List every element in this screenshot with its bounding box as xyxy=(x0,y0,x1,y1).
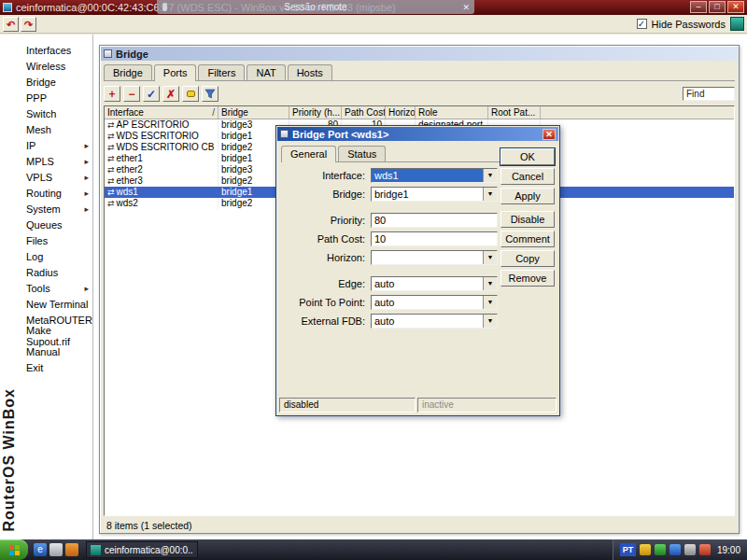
sidebar-item-queues[interactable]: Queues xyxy=(0,217,92,232)
bridge-window-titlebar[interactable]: Bridge xyxy=(101,47,738,61)
remove-button[interactable]: − xyxy=(123,86,140,102)
sidebar-item-bridge[interactable]: Bridge xyxy=(0,74,92,90)
external-fdb-select[interactable]: auto ▼ xyxy=(371,314,498,329)
start-button[interactable] xyxy=(0,539,28,560)
cancel-button[interactable]: Cancel xyxy=(500,168,555,185)
sidebar-item-vpls[interactable]: VPLS▸ xyxy=(0,169,92,185)
sidebar-item-system[interactable]: System▸ xyxy=(0,201,92,217)
browser-icon[interactable]: e xyxy=(34,543,47,556)
add-button[interactable]: + xyxy=(104,86,120,102)
tab-filters[interactable]: Filters xyxy=(198,64,245,80)
port-icon: ⇄ xyxy=(107,143,115,152)
sidebar-item-log[interactable]: Log xyxy=(0,248,92,264)
undo-button[interactable]: ↶ xyxy=(3,17,19,32)
sidebar-item-ip[interactable]: IP▸ xyxy=(0,137,92,153)
disable-button[interactable]: Disable xyxy=(500,211,555,228)
taskbar-clock[interactable]: 19:00 xyxy=(717,545,740,555)
volume-icon[interactable] xyxy=(684,544,696,555)
redo-button[interactable]: ↷ xyxy=(21,17,36,32)
interface-select[interactable]: wds1 ▼ xyxy=(371,168,498,183)
disable-button[interactable]: ✗ xyxy=(162,86,179,102)
quick-launch: e xyxy=(34,543,78,556)
comment-button[interactable] xyxy=(182,86,199,102)
enable-button[interactable]: ✓ xyxy=(143,86,160,102)
security-shield-icon[interactable] xyxy=(640,544,651,555)
port-icon: ⇄ xyxy=(107,188,115,197)
edge-value: auto xyxy=(372,277,483,290)
tab-ports[interactable]: Ports xyxy=(154,64,197,81)
comment-button[interactable]: Comment xyxy=(500,231,555,247)
apply-button[interactable]: Apply xyxy=(500,188,555,204)
sidebar-item-label: System xyxy=(26,203,61,215)
sidebar-item-mesh[interactable]: Mesh xyxy=(0,121,92,137)
copy-button[interactable]: Copy xyxy=(500,250,555,267)
chevron-down-icon[interactable]: ▼ xyxy=(483,188,497,201)
ok-button[interactable]: OK xyxy=(500,148,555,165)
network-icon[interactable] xyxy=(669,544,681,555)
submenu-arrow-icon: ▸ xyxy=(84,157,89,166)
tab-hosts[interactable]: Hosts xyxy=(288,64,332,80)
tab-status[interactable]: Status xyxy=(338,146,386,161)
tab-bridge[interactable]: Bridge xyxy=(104,64,152,80)
cell-interface: ether3 xyxy=(117,175,143,186)
chevron-down-icon[interactable]: ▼ xyxy=(483,277,497,290)
sidebar-item-switch[interactable]: Switch xyxy=(0,105,92,121)
priority-input[interactable]: 80 xyxy=(371,213,498,228)
horizon-select[interactable]: ▼ xyxy=(371,250,498,265)
find-input[interactable]: Find xyxy=(683,87,735,101)
media-player-icon[interactable] xyxy=(65,543,78,556)
antivirus-icon[interactable] xyxy=(655,544,666,555)
sidebar-item-wireless[interactable]: Wireless xyxy=(0,58,92,74)
chevron-down-icon[interactable]: ▼ xyxy=(483,296,497,309)
interface-label: Interface: xyxy=(281,170,365,181)
pin-icon[interactable] xyxy=(162,3,167,11)
chevron-down-icon[interactable]: ▼ xyxy=(483,251,497,264)
column-header-role[interactable]: Role xyxy=(416,106,488,119)
taskbar-task-button[interactable]: ceinformatica@00:0... xyxy=(86,541,198,558)
point-to-point-value: auto xyxy=(372,296,483,309)
column-header-path-cost[interactable]: Path Cost xyxy=(342,106,386,119)
winbox-task-icon xyxy=(91,545,101,555)
sidebar-item-files[interactable]: Files xyxy=(0,232,92,248)
filter-button[interactable] xyxy=(202,86,218,102)
point-to-point-select[interactable]: auto ▼ xyxy=(371,295,498,310)
minimize-button[interactable]: – xyxy=(690,1,707,13)
remote-close-icon[interactable]: ✕ xyxy=(462,3,470,12)
edge-select[interactable]: auto ▼ xyxy=(371,276,498,291)
messenger-icon[interactable] xyxy=(699,544,711,555)
sidebar-item-mpls[interactable]: MPLS▸ xyxy=(0,153,92,169)
bridge-select[interactable]: bridge1 ▼ xyxy=(371,187,498,202)
sidebar-item-tools[interactable]: Tools▸ xyxy=(0,280,92,296)
port-icon: ⇄ xyxy=(107,165,115,175)
hide-passwords-checkbox[interactable]: ✓ xyxy=(637,19,647,29)
column-header-root-path[interactable]: Root Pat... xyxy=(488,106,541,119)
sidebar-item-new-terminal[interactable]: New Terminal xyxy=(0,296,92,312)
column-header-bridge[interactable]: Bridge xyxy=(218,106,289,119)
dialog-close-button[interactable]: ✕ xyxy=(543,129,556,140)
column-header-horizon[interactable]: Horizon xyxy=(386,106,416,119)
language-indicator[interactable]: PT xyxy=(620,543,636,556)
sidebar-item-routing[interactable]: Routing▸ xyxy=(0,185,92,201)
sidebar-item-radius[interactable]: Radius xyxy=(0,264,92,280)
sidebar-item-make-supout[interactable]: Make Supout.rif xyxy=(0,328,92,343)
sidebar-item-interfaces[interactable]: Interfaces xyxy=(0,42,92,58)
close-button[interactable]: ✕ xyxy=(727,1,744,13)
field-bridge: Bridge: bridge1 ▼ xyxy=(281,186,498,202)
sidebar-item-exit[interactable]: Exit xyxy=(0,359,92,375)
tab-nat[interactable]: NAT xyxy=(247,64,285,80)
system-tray: PT 19:00 xyxy=(613,539,747,560)
column-header-interface[interactable]: Interface/ xyxy=(105,106,218,119)
remote-session-bar[interactable]: Sessão remote ✕ xyxy=(157,0,474,14)
chevron-down-icon[interactable]: ▼ xyxy=(483,169,497,182)
column-header-priority[interactable]: Priority (h... xyxy=(289,106,342,119)
cell-interface: ether2 xyxy=(117,164,143,175)
maximize-button[interactable]: □ xyxy=(709,1,726,13)
sidebar-item-ppp[interactable]: PPP xyxy=(0,90,92,105)
path-cost-input[interactable]: 10 xyxy=(371,231,498,246)
dialog-titlebar[interactable]: Bridge Port <wds1> ✕ xyxy=(277,127,558,141)
field-edge: Edge: auto ▼ xyxy=(281,275,498,291)
tab-general[interactable]: General xyxy=(281,146,336,162)
show-desktop-icon[interactable] xyxy=(49,543,63,556)
remove-button[interactable]: Remove xyxy=(500,270,555,287)
chevron-down-icon[interactable]: ▼ xyxy=(483,315,497,328)
